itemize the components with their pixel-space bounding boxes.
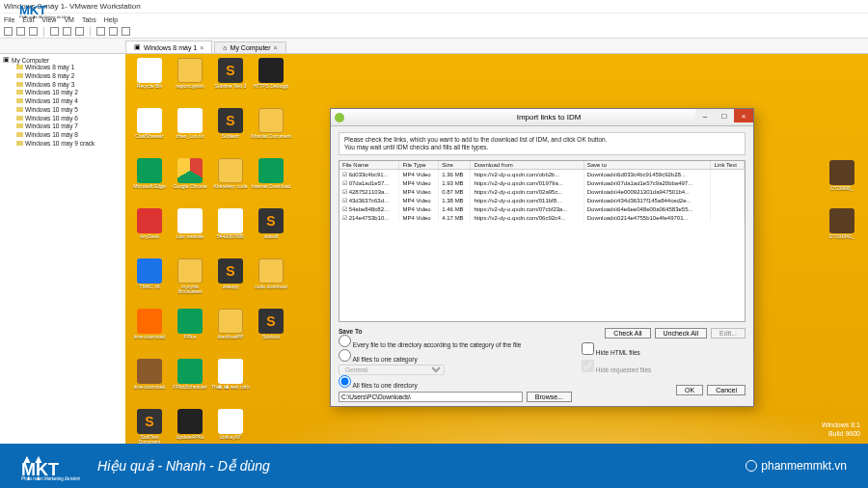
desktop-icon[interactable]: SSublText Document	[129, 409, 170, 444]
tab-bar: ▣ Windows 8 máy 1 × ⌂ My Computer ×	[0, 39, 868, 54]
mkt-watermark-logo: MKT Phần mềm Marketing đa kênh	[19, 6, 70, 19]
snapshot-icon[interactable]	[50, 27, 59, 36]
close-icon[interactable]: ×	[200, 44, 203, 51]
tab-my-computer[interactable]: ⌂ My Computer ×	[214, 41, 285, 53]
desktop-icon[interactable]: code download	[251, 258, 291, 309]
desktop-icon[interactable]: Microsoft Edge	[129, 158, 170, 208]
opt-one-directory[interactable]: All files to one directory	[339, 375, 572, 390]
mkt-footer-logo: ▲▲MKT Phần mềm Marketing đa kênh	[21, 451, 80, 480]
unity-icon[interactable]	[109, 27, 118, 36]
table-row[interactable]: 6d033c4bc91...MP4 Video1.36 MBhttps://v2…	[339, 170, 745, 179]
desktop-icon[interactable]: UniKeyNT	[210, 409, 251, 444]
menu-tabs[interactable]: Tabs	[82, 16, 96, 23]
desktop-icon[interactable]: Recycle Bin	[129, 58, 170, 108]
col-saveto[interactable]: Save to	[583, 161, 711, 170]
dialog-titlebar[interactable]: Import links to IDM – □ ×	[331, 109, 753, 126]
dialog-message: Please check the links, which you want t…	[339, 132, 746, 155]
desktop-icon[interactable]: Svideopy	[210, 258, 251, 309]
brand-footer: ▲▲MKT Phần mềm Marketing đa kênh Hiệu qu…	[0, 444, 868, 488]
desktop-icon[interactable]: 5442067095	[210, 208, 251, 258]
desktop-icon[interactable]: Thiết kế web cơ b	[210, 359, 251, 409]
cancel-button[interactable]: Cancel	[707, 385, 746, 395]
desktop-icon[interactable]: CaalShavesc	[129, 108, 170, 158]
check-all-button[interactable]: Check All	[605, 328, 650, 339]
desktop-icon[interactable]: HTTPS Debuggr	[251, 58, 291, 108]
desktop-icon[interactable]: AnyDesk	[129, 208, 170, 258]
tree-item[interactable]: Windows 10 máy 7	[3, 122, 122, 131]
footer-slogan: Hiệu quả - Nhanh - Dễ dùng	[97, 458, 270, 474]
table-row[interactable]: 07da1ad1e57...MP4 Video1.93 MBhttps://v2…	[339, 178, 745, 187]
desktop-icon[interactable]: dienthoaiPP	[210, 309, 251, 359]
desktop-icon[interactable]: FPlus	[170, 309, 210, 359]
tree-item[interactable]: Windows 10 may 9 crack	[3, 140, 122, 149]
maximize-button[interactable]: □	[715, 109, 734, 122]
table-row[interactable]: 54abe848c82...MP4 Video1.46 MBhttps://v2…	[339, 204, 745, 213]
ok-button[interactable]: OK	[676, 385, 703, 395]
revert-icon[interactable]	[63, 27, 71, 36]
close-button[interactable]: ×	[734, 109, 753, 122]
tree-item[interactable]: Windows 8 máy 2	[3, 72, 122, 81]
tree-root-my-computer[interactable]: ▣ My Computer	[3, 56, 122, 64]
browse-button[interactable]: Browse...	[527, 392, 572, 402]
tab-windows8-may1[interactable]: ▣ Windows 8 máy 1 ×	[125, 41, 212, 53]
hide-html-checkbox[interactable]: Hide HTML files	[582, 342, 746, 356]
uncheck-all-button[interactable]: Uncheck All	[655, 328, 708, 339]
right-desktop-icons: DT29998_ DT191841_	[829, 160, 854, 240]
desktop-icon[interactable]: Svideo8	[251, 208, 291, 258]
opt-category[interactable]: Every file to the directory according to…	[339, 335, 572, 349]
desktop-icon[interactable]: mycycle filcctioalset	[170, 258, 210, 309]
desktop-icon[interactable]	[251, 359, 291, 409]
col-linktext[interactable]: Link Text	[711, 161, 745, 170]
tree-item[interactable]: Windows 10 máy 4	[3, 97, 122, 106]
desktop-icon[interactable]: SSublextr	[210, 108, 251, 158]
guest-desktop[interactable]: Recycle BinregioncyjetimSSublime Text 3H…	[125, 54, 868, 444]
col-filename[interactable]: File Name	[339, 161, 399, 170]
col-downloadfrom[interactable]: Download from	[471, 161, 583, 170]
console-icon[interactable]	[122, 27, 130, 36]
col-filetype[interactable]: File Type	[399, 161, 439, 170]
table-row[interactable]: 4287521103a...MP4 Video0.87 MBhttps://v2…	[339, 187, 745, 196]
desktop-icon[interactable]: SSublslot	[251, 309, 291, 359]
suspend-icon[interactable]	[29, 27, 38, 36]
power-off-icon[interactable]	[16, 27, 25, 36]
desktop-icon[interactable]: Làm website	[170, 208, 210, 258]
table-row[interactable]: 43d3637c63d...MP4 Video1.38 MBhttps://v2…	[339, 196, 745, 204]
fullscreen-icon[interactable]	[96, 27, 105, 36]
directory-input[interactable]	[339, 392, 523, 402]
idm-import-dialog: Import links to IDM – □ × Please check t…	[330, 108, 754, 407]
table-row[interactable]: 214e4753b10...MP4 Video4.17 MBhttps://v2…	[339, 213, 745, 222]
opt-one-category[interactable]: All files to one category	[339, 349, 572, 364]
desktop-icon[interactable]: Khardat Document	[251, 108, 291, 158]
desktop-icon[interactable]: regioncyjetim	[170, 58, 210, 108]
tree-item[interactable]: Windows 8 máy 3	[3, 81, 122, 90]
close-icon[interactable]: ×	[274, 44, 278, 51]
power-on-icon[interactable]	[4, 27, 13, 36]
col-size[interactable]: Size	[439, 161, 471, 170]
tree-item[interactable]: Windows 8 máy 1	[3, 64, 122, 72]
windows-build-watermark: Windows 8.1 Build 9600	[822, 421, 860, 438]
desktop-icon[interactable]: Kharekeyr code	[210, 158, 251, 208]
desktop-icon[interactable]: UpdateAPKs	[170, 409, 210, 444]
edit-button[interactable]: Edit...	[711, 328, 746, 339]
desktop-icon[interactable]: SSublime Text 3	[210, 58, 251, 108]
menu-file[interactable]: File	[4, 16, 14, 23]
category-select: General	[339, 365, 445, 375]
desktop-icon[interactable]: DT29998_	[829, 160, 854, 191]
desktop-icon[interactable]: TMAC v6	[129, 258, 170, 309]
desktop-icon-grid: Recycle BinregioncyjetimSSublime Text 3H…	[129, 58, 291, 444]
tree-item[interactable]: Windows 10 máy 5	[3, 106, 122, 115]
desktop-icon[interactable]: Internet Download	[251, 158, 291, 208]
manage-snapshot-icon[interactable]	[75, 27, 84, 36]
tree-item[interactable]: Windows 10 máy 6	[3, 115, 122, 123]
tree-item[interactable]: Windows 10 máy 2	[3, 89, 122, 97]
desktop-icon[interactable]: FPlusScheduler	[170, 359, 210, 409]
links-table[interactable]: File Name File Type Size Download from S…	[339, 160, 746, 321]
tree-item[interactable]: Windows 10 máy 8	[3, 131, 122, 140]
minimize-button[interactable]: –	[695, 109, 715, 122]
desktop-icon[interactable]: time-download	[129, 309, 170, 359]
menu-help[interactable]: Help	[104, 16, 118, 23]
desktop-icon[interactable]: DT191841_	[829, 208, 854, 239]
desktop-icon[interactable]: chen_Lun.txt	[170, 108, 210, 158]
desktop-icon[interactable]: Google Chrome	[170, 158, 210, 208]
desktop-icon[interactable]: time-download	[129, 359, 170, 409]
